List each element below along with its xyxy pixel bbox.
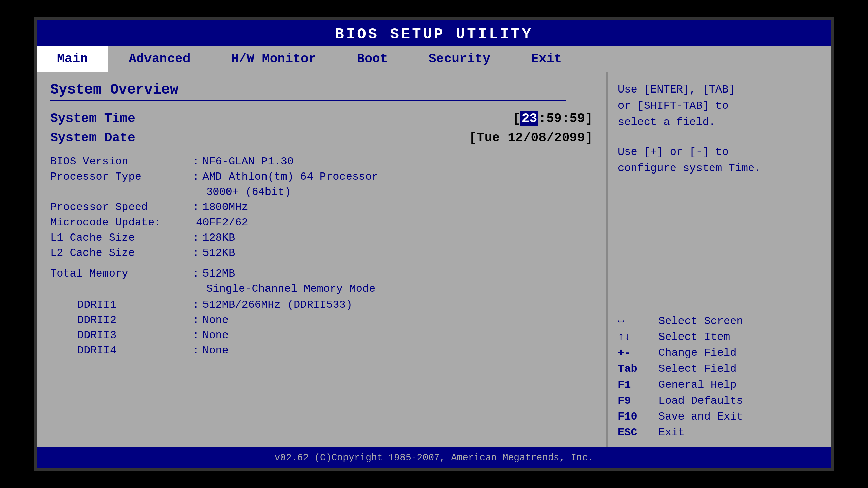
help-line2: or [SHIFT-TAB] to (618, 100, 728, 112)
memory-mode-row: Single-Channel Memory Mode (50, 283, 593, 295)
bios-version-label: BIOS Version (50, 155, 193, 168)
processor-speed-row: Processor Speed : 1800MHz (50, 201, 593, 214)
processor-type-cont: 3000+ (64bit) (50, 186, 593, 198)
key-select-field: Tab Select Field (618, 363, 821, 375)
section-title: System Overview (50, 82, 593, 98)
key-esc-symbol: ESC (618, 426, 658, 439)
ddrii1-row: DDRII1 : 512MB/266MHz (DDRII533) (50, 299, 593, 311)
processor-type-label: Processor Type (50, 170, 193, 183)
ddrii2-value: None (202, 314, 229, 326)
key-f10-symbol: F10 (618, 410, 658, 423)
key-help: ↔ Select Screen ↑↓ Select Item +- Change… (618, 315, 821, 442)
system-date-value: [Tue 12/08/2099] (469, 130, 593, 145)
ddrii4-value: None (202, 344, 229, 357)
ddrii2-row: DDRII2 : None (50, 314, 593, 326)
section-divider (50, 100, 566, 101)
nav-item-boot[interactable]: Boot (337, 46, 408, 72)
title-bar: BIOS SETUP UTILITY (37, 20, 831, 46)
key-updown-symbol: ↑↓ (618, 331, 658, 343)
footer: v02.62 (C)Copyright 1985-2007, American … (37, 447, 831, 468)
microcode-label: Microcode Update: (50, 216, 193, 229)
bios-screen: BIOS SETUP UTILITY Main Advanced H/W Mon… (34, 17, 834, 471)
key-select-item: ↑↓ Select Item (618, 331, 821, 343)
nav-bar: Main Advanced H/W Monitor Boot Security … (37, 46, 831, 72)
help-text-block: Use [ENTER], [TAB] or [SHIFT-TAB] to sel… (618, 82, 821, 130)
key-f9-symbol: F9 (618, 394, 658, 407)
system-date-row: System Date [Tue 12/08/2099] (50, 130, 593, 145)
system-time-value: [23:59:59] (513, 111, 593, 126)
l1-cache-value: 128KB (202, 231, 235, 244)
key-plusminus-symbol: +- (618, 347, 658, 359)
help-line5: Use [+] or [-] to (618, 146, 728, 158)
help-line1: Use [ENTER], [TAB] (618, 83, 735, 96)
microcode-row: Microcode Update: 40FF2/62 (50, 216, 593, 229)
processor-type-value: AMD Athlon(tm) 64 Processor (202, 170, 378, 183)
ddrii2-sep: : (193, 314, 199, 326)
ddrii2-label: DDRII2 (50, 314, 193, 326)
l1-cache-label: L1 Cache Size (50, 231, 193, 244)
ddrii1-value: 512MB/266MHz (DDRII533) (202, 299, 352, 311)
ddrii4-row: DDRII4 : None (50, 344, 593, 357)
ddrii4-label: DDRII4 (50, 344, 193, 357)
key-f9: F9 Load Defaults (618, 394, 821, 407)
key-change-field: +- Change Field (618, 347, 821, 359)
key-select-screen-desc: Select Screen (658, 315, 743, 327)
microcode-value: 40FF2/62 (196, 216, 248, 229)
processor-speed-label: Processor Speed (50, 201, 193, 214)
nav-item-advanced[interactable]: Advanced (108, 46, 211, 72)
key-esc-desc: Exit (658, 426, 685, 439)
key-select-field-desc: Select Field (658, 363, 736, 375)
ddrii3-label: DDRII3 (50, 329, 193, 342)
key-tab-symbol: Tab (618, 363, 658, 375)
help-text-block2: Use [+] or [-] to configure system Time. (618, 144, 821, 177)
help-line3: select a field. (618, 116, 715, 128)
key-f1: F1 General Help (618, 379, 821, 391)
nav-item-main[interactable]: Main (37, 46, 108, 72)
l2-cache-sep: : (193, 247, 199, 259)
ddrii1-label: DDRII1 (50, 299, 193, 311)
system-time-hours: 23 (520, 111, 539, 126)
content-area: System Overview System Time [23:59:59] S… (37, 72, 831, 452)
memory-section: Total Memory : 512MB Single-Channel Memo… (50, 267, 593, 357)
key-select-item-desc: Select Item (658, 331, 730, 343)
nav-item-exit[interactable]: Exit (511, 46, 582, 72)
l1-cache-sep: : (193, 231, 199, 244)
right-panel: Use [ENTER], [TAB] or [SHIFT-TAB] to sel… (608, 72, 831, 452)
system-time-label: System Time (50, 111, 135, 126)
total-memory-row: Total Memory : 512MB (50, 267, 593, 280)
ddrii4-sep: : (193, 344, 199, 357)
key-f9-desc: Load Defaults (658, 394, 743, 407)
system-date-label: System Date (50, 130, 135, 145)
left-panel: System Overview System Time [23:59:59] S… (37, 72, 608, 452)
processor-type-value-cont: 3000+ (64bit) (206, 186, 291, 198)
bios-title: BIOS SETUP UTILITY (37, 26, 831, 43)
bios-version-row: BIOS Version : NF6-GLAN P1.30 (50, 155, 593, 168)
ddrii1-sep: : (193, 299, 199, 311)
system-time-row: System Time [23:59:59] (50, 111, 593, 126)
l1-cache-row: L1 Cache Size : 128KB (50, 231, 593, 244)
total-memory-label: Total Memory (50, 267, 193, 280)
spacer (618, 183, 821, 311)
l2-cache-row: L2 Cache Size : 512KB (50, 247, 593, 259)
bios-version-sep: : (193, 155, 199, 168)
l2-cache-value: 512KB (202, 247, 235, 259)
help-line6: configure system Time. (618, 162, 761, 175)
nav-item-security[interactable]: Security (408, 46, 511, 72)
ddrii3-sep: : (193, 329, 199, 342)
l2-cache-label: L2 Cache Size (50, 247, 193, 259)
key-arrows-symbol: ↔ (618, 315, 658, 327)
ddrii3-value: None (202, 329, 229, 342)
key-change-field-desc: Change Field (658, 347, 736, 359)
nav-item-hwmonitor[interactable]: H/W Monitor (211, 46, 337, 72)
key-esc: ESC Exit (618, 426, 821, 439)
total-memory-sep: : (193, 267, 199, 280)
memory-mode-value: Single-Channel Memory Mode (206, 283, 375, 295)
key-select-screen: ↔ Select Screen (618, 315, 821, 327)
key-f10-desc: Save and Exit (658, 410, 743, 423)
bios-version-value: NF6-GLAN P1.30 (202, 155, 294, 168)
key-f10: F10 Save and Exit (618, 410, 821, 423)
key-f1-desc: General Help (658, 379, 736, 391)
total-memory-value: 512MB (202, 267, 235, 280)
processor-type-row: Processor Type : AMD Athlon(tm) 64 Proce… (50, 170, 593, 183)
footer-text: v02.62 (C)Copyright 1985-2007, American … (275, 452, 594, 463)
